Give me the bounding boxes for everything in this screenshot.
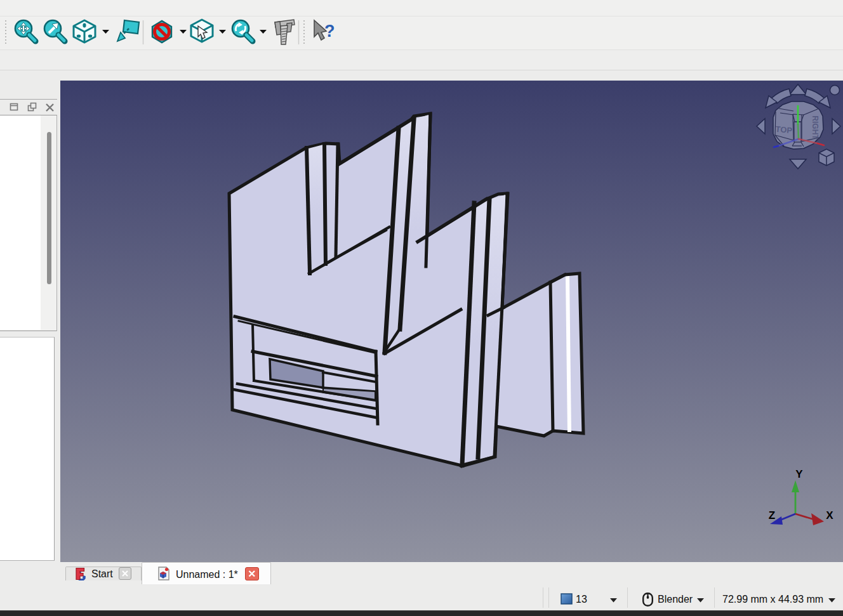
svg-text:?: ? <box>324 22 335 41</box>
svg-text:Y: Y <box>795 468 803 480</box>
svg-text:TOP: TOP <box>775 124 793 135</box>
svg-text:X: X <box>826 509 833 521</box>
svg-text:RIGHT: RIGHT <box>811 115 820 140</box>
svg-text:Z: Z <box>769 509 775 521</box>
